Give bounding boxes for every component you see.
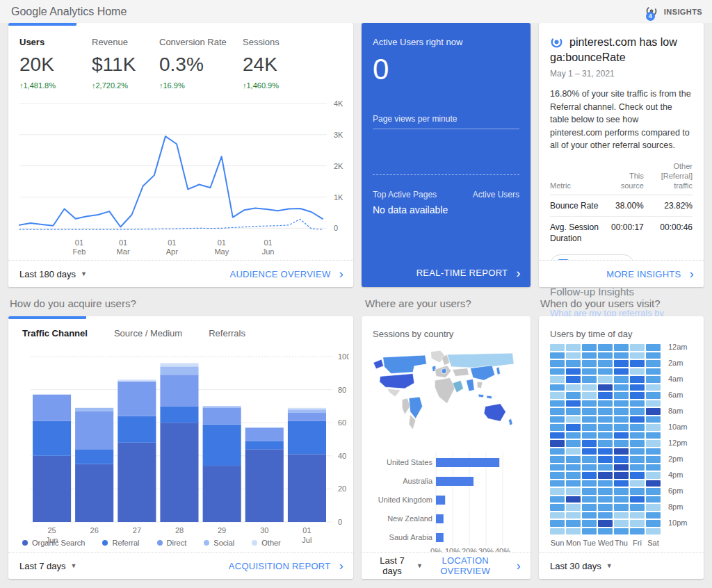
active-users-title: Active Users right now xyxy=(362,23,531,47)
metric-tab-sessions[interactable]: Sessions24K↑1,460.9% xyxy=(243,37,280,90)
sessions-by-country-chart: 0%10%20%30%40%United StatesAustraliaUnit… xyxy=(369,450,523,555)
metric-tab-conversion-rate[interactable]: Conversion Rate0.3%↑16.9% xyxy=(159,37,243,90)
svg-text:0: 0 xyxy=(334,224,338,232)
heatmap-cell xyxy=(582,512,597,519)
heatmap-cell xyxy=(550,432,565,439)
heatmap-cell xyxy=(598,408,613,415)
page-title: Google Analytics Home xyxy=(11,6,127,18)
heatmap-cell xyxy=(614,344,629,351)
heatmap-cell xyxy=(550,416,565,423)
insight-date-range: May 1 – 31, 2021 xyxy=(539,65,704,79)
more-insights-link[interactable]: MORE INSIGHTS › xyxy=(606,269,694,279)
legend-item: Referral xyxy=(102,539,139,547)
svg-text:1K: 1K xyxy=(334,193,343,202)
heatmap-cell xyxy=(614,360,629,367)
heatmap-hour-label: 2am xyxy=(662,360,694,367)
heatmap-hour-label xyxy=(662,512,694,519)
tab-traffic-channel[interactable]: Traffic Channel xyxy=(22,328,88,338)
heatmap-cell xyxy=(614,384,629,391)
top-active-pages-label: Top Active Pages xyxy=(373,190,437,199)
insight-table-cell: Bounce Rate xyxy=(550,195,608,217)
date-range-selector[interactable]: Last 180 days ▼ xyxy=(19,269,87,279)
heatmap-cell xyxy=(550,464,565,471)
heatmap-cell xyxy=(566,480,581,487)
insights-icon: 4 xyxy=(645,5,658,19)
heatmap-cell xyxy=(550,496,565,503)
realtime-footer: REAL-TIME REPORT › xyxy=(362,259,531,287)
no-data-label: No data available xyxy=(373,204,448,215)
chevron-right-icon: › xyxy=(339,561,343,571)
heatmap-cell xyxy=(550,376,565,383)
insights-button[interactable]: 4 INSIGHTS xyxy=(645,5,702,19)
heatmap-cell xyxy=(598,504,613,511)
heatmap-cell xyxy=(646,392,661,399)
heatmap-cell xyxy=(582,384,597,391)
heatmap-cell xyxy=(630,408,645,415)
tab-referrals[interactable]: Referrals xyxy=(209,328,245,338)
insight-metric-table: MetricThis sourceOther [Referral] traffi… xyxy=(550,160,693,250)
heatmap-cell xyxy=(614,400,629,407)
heatmap-cell xyxy=(550,448,565,455)
heatmap-cell xyxy=(550,384,565,391)
metric-tab-revenue[interactable]: Revenue$11K↑2,720.2% xyxy=(92,37,159,90)
heatmap-cell xyxy=(630,496,645,503)
metric-delta: ↑2,720.2% xyxy=(92,81,159,90)
metric-value: $11K xyxy=(92,54,159,76)
heatmap-cell xyxy=(614,504,629,511)
tab-source-medium[interactable]: Source / Medium xyxy=(114,328,182,338)
metric-tab-users[interactable]: Users20K↑1,481.8% xyxy=(19,37,92,90)
heatmap-day-label: Thu xyxy=(614,539,629,547)
heatmap-cell xyxy=(614,528,629,535)
heatmap-cell xyxy=(598,392,613,399)
svg-text:01: 01 xyxy=(218,238,226,247)
location-overview-link[interactable]: LOCATION OVERVIEW › xyxy=(423,555,521,576)
heatmap-cell xyxy=(646,488,661,495)
heatmap-hour-label xyxy=(662,480,694,487)
heatmap-cell xyxy=(646,368,661,375)
chevron-down-icon: ▼ xyxy=(81,270,87,277)
heatmap-cell xyxy=(646,344,661,351)
heatmap-cell xyxy=(566,472,581,479)
heatmap-cell xyxy=(550,368,565,375)
realtime-report-link[interactable]: REAL-TIME REPORT › xyxy=(416,268,521,278)
time-card: Users by time of day 12am2am4am6am8am10a… xyxy=(539,316,704,579)
metric-delta-value: 1,481.8% xyxy=(24,81,56,90)
insight-table-header: Metric xyxy=(550,160,608,195)
insights-button-label: INSIGHTS xyxy=(664,8,702,16)
acquisition-report-link[interactable]: ACQUISITION REPORT › xyxy=(229,561,343,571)
users-by-time-title: Users by time of day xyxy=(539,316,704,339)
metric-label: Revenue xyxy=(92,37,159,47)
heatmap-cell xyxy=(550,472,565,479)
legend-dot-icon xyxy=(252,540,257,546)
date-range-selector[interactable]: Last 30 days ▼ xyxy=(550,561,613,571)
users-trend-chart: 4K3K2K1K001Feb01Mar01Apr01May01Jun xyxy=(15,94,349,261)
heatmap-cell xyxy=(582,456,597,463)
svg-text:01: 01 xyxy=(168,238,176,247)
location-card: Sessions by country xyxy=(362,316,531,579)
insight-card: pinterest.com has low ga:bounceRate May … xyxy=(539,23,704,287)
heatmap-cell xyxy=(598,464,613,471)
svg-text:United Kingdom: United Kingdom xyxy=(378,496,432,504)
chevron-right-icon: › xyxy=(516,561,521,571)
heatmap-cell xyxy=(614,472,629,479)
date-range-selector[interactable]: Last 7 days ▼ xyxy=(373,555,423,576)
date-range-selector[interactable]: Last 7 days ▼ xyxy=(19,561,76,571)
heatmap-cell xyxy=(598,512,613,519)
heatmap-cell xyxy=(630,416,645,423)
realtime-card: Active Users right now 0 Page views per … xyxy=(362,23,531,287)
heatmap-cell xyxy=(646,520,661,527)
heatmap-cell xyxy=(566,496,581,503)
heatmap-cell xyxy=(630,368,645,375)
heatmap-cell xyxy=(630,392,645,399)
audience-overview-link[interactable]: AUDIENCE OVERVIEW › xyxy=(230,269,343,279)
heatmap-cell xyxy=(598,424,613,431)
heatmap-cell xyxy=(630,448,645,455)
heatmap-cell xyxy=(630,512,645,519)
heatmap-cell xyxy=(646,352,661,359)
heatmap-cell xyxy=(614,448,629,455)
metric-delta: ↑1,481.8% xyxy=(19,81,92,90)
heatmap-cell xyxy=(630,376,645,383)
heatmap-cell xyxy=(614,376,629,383)
heatmap-cell xyxy=(598,400,613,407)
active-users-column-label: Active Users xyxy=(473,190,519,199)
